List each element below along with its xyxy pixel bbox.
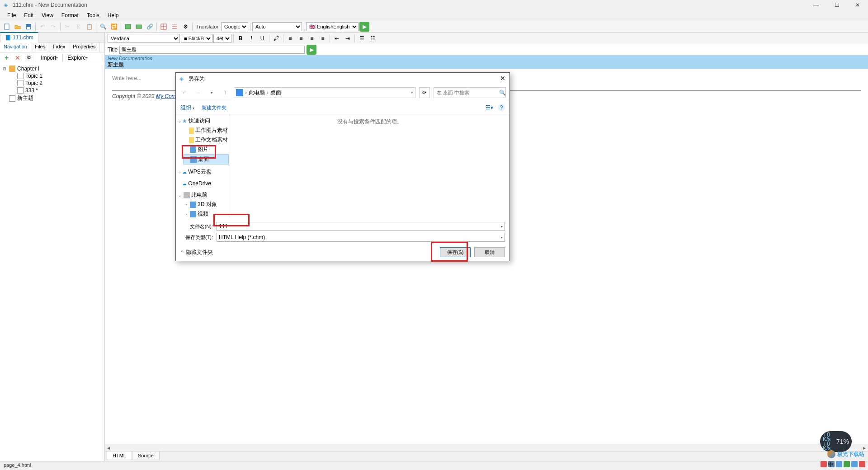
refresh-icon[interactable]: ⟳ xyxy=(419,87,430,98)
align-left-icon[interactable]: ≡ xyxy=(285,33,295,43)
view-mode-icon[interactable]: ☰▾ xyxy=(486,104,493,111)
tree-topic1[interactable]: Topic 1 xyxy=(9,72,104,80)
maximize-button[interactable]: ☐ xyxy=(826,0,847,10)
menu-file[interactable]: File xyxy=(4,10,19,20)
italic-icon[interactable]: I xyxy=(246,33,256,43)
window-title: 111.chm - New Documentation xyxy=(13,2,87,8)
watermark-logo-icon xyxy=(827,450,835,458)
align-justify-icon[interactable]: ≡ xyxy=(318,33,328,43)
nav-forward-icon[interactable]: → xyxy=(193,88,203,98)
pc-video[interactable]: ›视频 xyxy=(183,209,229,217)
nav-back-icon[interactable]: ← xyxy=(179,88,189,98)
search-icon[interactable]: 🔍 xyxy=(499,89,506,96)
translator-engine[interactable]: Google xyxy=(221,22,248,31)
filename-input[interactable]: 111▾ xyxy=(217,222,505,231)
project-tab[interactable]: 📘 111.chm xyxy=(0,32,38,42)
doc-header: New Documentation 新主题 xyxy=(105,55,868,69)
number-list-icon[interactable]: ☷ xyxy=(368,33,377,43)
outdent-icon[interactable]: ⇤ xyxy=(332,33,342,43)
horizontal-scrollbar[interactable]: ◂▸ xyxy=(105,444,868,451)
folder-desktop[interactable]: 桌面 xyxy=(183,154,229,164)
translate-go-icon[interactable]: ▶ xyxy=(359,22,369,32)
import-button[interactable]: Import▾ xyxy=(38,54,61,62)
nav-recent-icon[interactable]: ▾ xyxy=(207,88,217,98)
menu-help[interactable]: Help xyxy=(104,10,123,20)
save-button[interactable]: 保存(S) xyxy=(440,247,471,257)
menu-format[interactable]: Format xyxy=(58,10,82,20)
translator-auto[interactable]: Auto xyxy=(252,22,302,31)
find-icon[interactable]: 🔍 xyxy=(98,22,108,32)
menu-edit[interactable]: Edit xyxy=(20,10,37,20)
underline-icon[interactable]: U xyxy=(257,33,267,43)
cancel-button[interactable]: 取消 xyxy=(474,247,505,257)
breadcrumb-desktop[interactable]: 桌面 xyxy=(270,89,281,97)
open-icon[interactable] xyxy=(13,22,23,32)
pc-3d[interactable]: ›3D 对象 xyxy=(183,200,229,209)
minimize-button[interactable]: — xyxy=(806,0,826,10)
replace-icon[interactable]: 🔁 xyxy=(109,22,119,32)
align-right-icon[interactable]: ≡ xyxy=(307,33,317,43)
search-input[interactable] xyxy=(437,90,499,95)
title-go-icon[interactable]: ▶ xyxy=(307,45,316,55)
new-folder-button[interactable]: 新建文件夹 xyxy=(202,104,226,111)
organize-button[interactable]: 组织 ▾ xyxy=(180,104,194,112)
settings-icon[interactable]: ⚙ xyxy=(24,54,34,61)
redo-icon[interactable]: ↷ xyxy=(48,22,58,32)
paste-icon[interactable]: 📋 xyxy=(84,22,94,32)
add-topic-icon[interactable]: + xyxy=(2,53,11,63)
tab-properties[interactable]: Properties xyxy=(69,42,99,52)
explore-button[interactable]: Explore▾ xyxy=(65,54,90,62)
svg-rect-0 xyxy=(5,24,9,29)
tree-chapter[interactable]: ⊟Chapter I xyxy=(1,65,104,72)
hide-folders-toggle[interactable]: ⌃隐藏文件夹 xyxy=(180,249,213,256)
table-icon[interactable] xyxy=(159,22,169,32)
video-icon[interactable] xyxy=(134,22,144,32)
close-button[interactable]: ✕ xyxy=(847,0,868,10)
tree-topic3[interactable]: 333 * xyxy=(9,87,104,94)
folder-q2[interactable]: 工作文档素材 xyxy=(183,135,229,145)
tab-index[interactable]: Index xyxy=(49,42,69,52)
search-box[interactable]: 🔍 xyxy=(434,87,506,98)
link-icon[interactable]: 🔗 xyxy=(145,22,155,32)
cut-icon[interactable]: ✂ xyxy=(62,22,72,32)
copy-icon[interactable]: ⎘ xyxy=(73,22,83,32)
menu-tools[interactable]: Tools xyxy=(83,10,103,20)
breadcrumb[interactable]: › 此电脑 › 桌面 ▾ xyxy=(234,87,415,98)
dialog-close-icon[interactable]: ✕ xyxy=(499,75,507,83)
tree-topic2[interactable]: Topic 2 xyxy=(9,80,104,87)
size-select[interactable]: def xyxy=(213,34,231,43)
onedrive[interactable]: ☁ OneDrive xyxy=(177,179,229,188)
quickaccess[interactable]: ⌄★ 快速访问 xyxy=(177,116,229,126)
menu-view[interactable]: View xyxy=(38,10,57,20)
nav-up-icon[interactable]: ↑ xyxy=(220,88,230,98)
indent-icon[interactable]: ⇥ xyxy=(343,33,353,43)
new-icon[interactable] xyxy=(2,22,12,32)
tab-html[interactable]: HTML xyxy=(107,451,132,460)
font-select[interactable]: Verdana xyxy=(108,34,180,43)
gear-icon[interactable]: ⚙ xyxy=(180,22,190,32)
save-icon[interactable] xyxy=(24,22,33,32)
list-icon[interactable] xyxy=(170,22,179,32)
tab-navigation[interactable]: Navigation xyxy=(0,42,31,52)
bullet-list-icon[interactable]: ☰ xyxy=(357,33,367,43)
highlight-icon[interactable]: 🖍 xyxy=(271,33,281,43)
bold-icon[interactable]: B xyxy=(236,33,245,43)
wps-cloud[interactable]: ›☁ WPS云盘 xyxy=(177,167,229,177)
title-input[interactable] xyxy=(119,46,305,54)
color-select[interactable]: ■ BlackBlack xyxy=(181,34,212,43)
folder-q1[interactable]: 工作图片素材 xyxy=(183,126,229,135)
translator-target[interactable]: 🇬🇧 EnglishEnglish xyxy=(306,22,359,31)
tree-newtopic[interactable]: 新主题 xyxy=(1,94,104,103)
folder-q3[interactable]: 图片 xyxy=(183,145,229,154)
undo-icon[interactable]: ↶ xyxy=(38,22,47,32)
align-center-icon[interactable]: ≡ xyxy=(296,33,306,43)
help-icon[interactable]: ? xyxy=(498,104,505,111)
breadcrumb-pc[interactable]: 此电脑 xyxy=(249,89,265,97)
filetype-select[interactable]: HTML Help (*.chm)▾ xyxy=(217,233,505,242)
image-icon[interactable] xyxy=(123,22,133,32)
this-pc[interactable]: ⌄此电脑 xyxy=(177,190,229,200)
tab-source[interactable]: Source xyxy=(132,451,160,460)
delete-topic-icon[interactable]: ✕ xyxy=(12,53,23,62)
file-list[interactable]: 没有与搜索条件匹配的项。 xyxy=(230,114,509,217)
tab-files[interactable]: Files xyxy=(31,42,49,52)
